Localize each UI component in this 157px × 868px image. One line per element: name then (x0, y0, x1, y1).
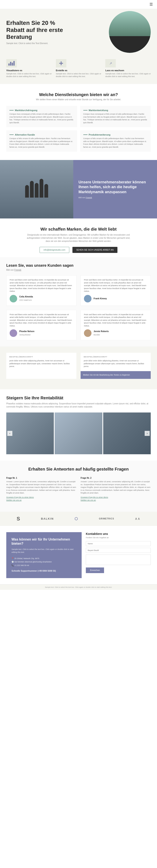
hero-subtext: Sample text. Click to select the Text El… (6, 42, 48, 44)
faq-link-4[interactable]: Melden sie uns an (81, 499, 151, 501)
split-sublabel-link[interactable]: Freepik (86, 196, 92, 198)
profit-images: ‹ › (6, 412, 151, 454)
footer-right-sublabel: Fordern Sie ein Angebot an (86, 536, 151, 539)
brand-desc: Designstudio ist eine internationale Mar… (26, 233, 131, 243)
testimonial-text: Proin sed libero enim sed faucibus torto… (84, 313, 147, 328)
profit-image-2 (55, 412, 102, 454)
author-role: CEO MakForm (19, 299, 32, 301)
people-silhouettes (25, 179, 48, 200)
testimonial-0: Proin sed libero enim sed faucibus torto… (6, 275, 76, 306)
testimonial-author: Phoebe Nelson Verkaufsleiter (10, 329, 73, 337)
email-button[interactable]: info@designstudio.com (40, 247, 69, 253)
visit-line: 🕐 Sie könnten ebenmal gleichzeitig einar… (11, 560, 76, 563)
feature-title: Lass es wachsen (105, 69, 151, 72)
faq-link-2[interactable]: Melden sie uns an (6, 499, 76, 501)
service-title: Marktdurchdringung (9, 109, 74, 112)
faq-section: Erhalten Sie Antworten auf häufig gestel… (0, 461, 157, 512)
avatar (84, 295, 91, 303)
faq-answer: Answer: Lorem ipsum dolor sit amet, cons… (6, 480, 76, 495)
faq-item-0: Frage Nr. 1 Answer: Lorem ipsum dolor si… (6, 477, 76, 501)
feature-desc: Sample text. Click to select the text bo… (105, 72, 151, 78)
person-silhouette (35, 183, 38, 197)
hero-section: Erhalten Sie 20 % Rabatt auf Ihre erste … (0, 9, 157, 55)
blog-card-2: BEISPIELÜBERSCHRIFT proin dolor enim dol… (81, 353, 151, 371)
split-headline: Unsere Unternehmensberater können Ihnen … (78, 180, 152, 194)
next-arrow-button[interactable]: › (145, 431, 150, 436)
service-title: Marktentwicklung (83, 109, 148, 112)
submit-button[interactable]: Einreichen (86, 567, 104, 573)
service-title: Produkterweiterung (83, 133, 148, 136)
hero-person-photo (109, 11, 151, 53)
service-desc: Conque risus consequat ut felis ornare i… (9, 113, 74, 124)
faq-item-1: Frage Nr. 2 Answer: Lorem ipsum dolor si… (81, 477, 151, 501)
testimonials-link[interactable]: Freepik (14, 269, 21, 271)
profit-image-3: › (103, 412, 151, 454)
testimonials-sublabel: Bild von Freepik (6, 269, 151, 271)
prev-arrow-button[interactable]: ‹ (7, 431, 12, 436)
work-button[interactable]: SEHEN SIE SICH UNSERE ARBEIT AN (73, 247, 117, 253)
blog-text-1: proin dolor enim dolor adipiscing pharet… (9, 360, 73, 368)
avatar (10, 295, 17, 303)
person-silhouette (25, 185, 29, 197)
message-input[interactable] (86, 555, 151, 565)
feature-visualize: Visualisiere es Sample text. Click to se… (6, 59, 52, 78)
split-image (0, 160, 73, 218)
service-card-2: Alternative Kanäle Conque ut felis ornar… (6, 130, 77, 152)
testimonial-text: Proin sed libero enim sed faucibus torto… (84, 279, 147, 293)
topbar: ☰ (0, 0, 157, 9)
logo-4: ∧∧ (135, 517, 140, 521)
brand-section: Wir schaffen Marken, die die Welt liebt … (0, 218, 157, 257)
blog-section: BEISPIELÜBERSCHRIFT proin dolor enim dol… (0, 346, 157, 389)
create-icon-box (56, 59, 67, 67)
faq-link-3[interactable]: Gruppen-Frag-Me zu einer demo (81, 496, 151, 498)
service-title: Alternative Kanäle (9, 133, 74, 136)
faq-link-1[interactable]: Gruppen-Frag-Me zu einer demo (6, 496, 76, 498)
feature-title: Erstelle es (56, 69, 101, 72)
blog-grid: BEISPIELÜBERSCHRIFT proin dolor enim dol… (6, 353, 151, 379)
feature-title: Visualisiere es (6, 69, 52, 72)
testimonial-author: Celia Almeida CEO MakForm (10, 295, 73, 303)
service-desc: Conque risus consequat ut felis ornare i… (83, 113, 148, 124)
avatar (84, 329, 91, 337)
logos-section: S BALKIN ⬡ GRIMETRICS ∧∧ (0, 512, 157, 526)
phone-line: 📞 +1 222 946 59 44 (11, 564, 76, 567)
author-name: Phoebe Nelson (19, 330, 34, 333)
author-name: Celia Almeida (19, 296, 33, 298)
blog-text-2: proin dolor enim dolor adipiscing pharet… (84, 360, 148, 368)
author-info: Frank Kinney (94, 298, 107, 300)
support-number: Schnelle Supportnummer (+99 6984 5698 56… (11, 569, 76, 573)
logo-2: ⬡ (75, 517, 78, 521)
blog-sidenote: Bleiben Sie mit der Bearbeitung des Text… (81, 371, 151, 379)
testimonial-author: Jennie Roberts Bündler (84, 329, 147, 337)
author-info: Phoebe Nelson Verkaufsleiter (19, 330, 34, 336)
feature-grow: ↗ Lass es wachsen Sample text. Click to … (105, 59, 151, 78)
team-photo (0, 160, 73, 218)
author-name: Frank Kinney (94, 298, 107, 300)
email-input[interactable] (86, 548, 151, 553)
feature-desc: Sample text. Click to select the text bo… (56, 72, 101, 78)
testimonials-headline: Lesen Sie, was unsere Kunden sagen (6, 264, 151, 268)
footer-cta: Was können wir für Ihr Unternehmen biete… (0, 526, 157, 584)
email-field-group (86, 548, 151, 553)
location-icon: 📍 (11, 557, 15, 560)
visualize-icon (6, 59, 17, 67)
blog-label-1: BEISPIELÜBERSCHRIFT (9, 356, 73, 358)
service-card-3: Produkterweiterung Conque ut felis ornar… (80, 130, 151, 152)
address-line: 📍 25 Global, Network City, 8975 (11, 557, 76, 560)
profit-image-1: ‹ (6, 412, 54, 454)
feature-create: Erstelle es Sample text. Click to select… (56, 59, 101, 78)
faq-headline: Erhalten Sie Antworten auf häufig gestel… (6, 467, 151, 472)
testimonial-3: Proin sed libero enim sed faucibus torto… (81, 310, 151, 340)
name-input[interactable] (86, 541, 151, 546)
split-content: Unsere Unternehmensberater können Ihnen … (73, 160, 157, 218)
footer-left-desc: Sample text. Click to select the text bo… (11, 548, 76, 554)
arrow-up-icon: ↗ (109, 61, 112, 65)
menu-icon[interactable]: ☰ (150, 2, 153, 7)
profit-headline: Steigern Sie Ihre Rentabilität (6, 396, 151, 400)
testimonial-1: Proin sed libero enim sed faucibus torto… (81, 275, 151, 306)
author-role: Bündler (94, 334, 100, 336)
service-desc: Conque ut felis ornare id odio pellentes… (9, 137, 74, 149)
bottom-bar: Sample text. Click to select the text bo… (0, 584, 157, 590)
services-grid: Marktdurchdringung Conque risus consequa… (6, 106, 151, 152)
testimonial-text: Proin sed libero enim sed faucibus torto… (10, 313, 73, 328)
